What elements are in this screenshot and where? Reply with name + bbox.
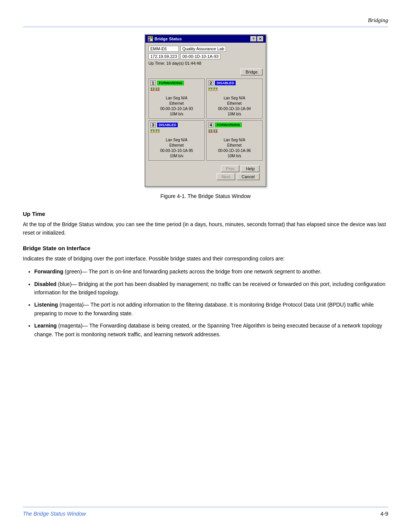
- port-4-details: Lan Seg N/A Ethernet 00-00-1D-10-1A-96 1…: [208, 137, 261, 159]
- svg-rect-10: [156, 88, 157, 89]
- dialog-title-text: Bridge Status: [155, 37, 182, 41]
- svg-rect-32: [156, 131, 157, 133]
- port-2-details: Lan Seg N/A Ethernet 00-00-1D-10-1A-94 1…: [208, 96, 261, 117]
- svg-rect-26: [153, 130, 154, 131]
- port-2-status: DISABLED: [215, 81, 236, 85]
- bullet-forwarding: Forwarding (green)— The port is on-line …: [34, 267, 388, 276]
- field-mac: 00-00-1D-10-1A-93: [180, 53, 220, 59]
- port-cell-4: 4 FORWARDING: [206, 120, 263, 161]
- bullet-listening-term: Listening: [34, 302, 58, 308]
- svg-rect-22: [214, 89, 215, 91]
- dialog-body: EMM-E6 Quality Assurance Lab 172.19.59.2…: [145, 43, 266, 186]
- footer-left: The Bridge Status Window: [23, 511, 86, 517]
- svg-rect-3: [151, 39, 152, 41]
- top-rule: [23, 27, 388, 27]
- svg-rect-37: [209, 131, 210, 133]
- bottom-rule: [23, 507, 388, 507]
- next-button[interactable]: Next: [217, 173, 235, 180]
- svg-rect-6: [153, 88, 154, 89]
- svg-rect-18: [211, 89, 212, 91]
- svg-rect-23: [216, 89, 217, 91]
- svg-rect-38: [211, 131, 212, 133]
- svg-rect-21: [216, 88, 217, 89]
- dialog-uptime: Up Time: 16 day(s) 01:44:48: [148, 61, 263, 66]
- section-body-uptime: At the top of the Bridge Status window, …: [23, 220, 388, 237]
- bullet-listening-qualifier: (magenta)—: [59, 302, 89, 308]
- svg-rect-25: [151, 130, 152, 131]
- bridge-button[interactable]: Bridge: [241, 69, 263, 75]
- svg-rect-0: [148, 37, 150, 38]
- port-4-number: 4: [208, 122, 213, 128]
- dialog-close-btn[interactable]: ✕: [257, 36, 263, 42]
- svg-rect-5: [151, 88, 152, 89]
- dialog-info-row-2: 172.19.59.223 00-00-1D-10-1A-93: [148, 53, 263, 59]
- field-name: EMM-E6: [148, 46, 179, 52]
- svg-rect-2: [148, 39, 150, 41]
- section-heading-bridge-state: Bridge State on Interface: [23, 245, 388, 251]
- svg-rect-35: [209, 130, 210, 131]
- port-4-visual: [208, 129, 261, 136]
- port-cell-3: 3 DISABLED: [148, 120, 205, 161]
- port-1-header: 1 FORWARDING: [150, 80, 203, 86]
- bullet-forwarding-term: Forwarding: [34, 268, 63, 275]
- svg-rect-43: [216, 131, 217, 133]
- bullet-learning-term: Learning: [34, 323, 57, 329]
- figure-container: Bridge Status ? ✕ EMM-E6 Quality Assuran…: [23, 34, 388, 199]
- section-heading-uptime: Up Time: [23, 211, 388, 217]
- main-content: Bridge Status ? ✕ EMM-E6 Quality Assuran…: [23, 34, 388, 343]
- svg-rect-16: [211, 88, 212, 89]
- footer-left-text: The Bridge Status Window: [23, 511, 86, 517]
- dialog-footer-row: Prev Help Next Cancel: [217, 165, 260, 180]
- svg-rect-31: [158, 130, 159, 131]
- bullet-listening: Listening (magenta)— The port is not add…: [34, 300, 388, 318]
- dialog-titlebar-left: Bridge Status: [148, 36, 182, 42]
- port-1-visual: [150, 87, 203, 94]
- svg-rect-36: [211, 130, 212, 131]
- dialog-help-btn[interactable]: ?: [250, 36, 256, 42]
- svg-rect-17: [209, 89, 210, 91]
- port-1-number: 1: [150, 80, 156, 86]
- port-2-visual: [208, 87, 261, 94]
- bullet-disabled-text: Bridging at the port has been disabled b…: [34, 281, 386, 296]
- dialog-info-row-1: EMM-E6 Quality Assurance Lab: [148, 46, 263, 52]
- port-2-header: 2 DISABLED: [208, 80, 261, 86]
- svg-rect-41: [216, 130, 217, 131]
- port-3-details: Lan Seg N/A Ethernet 00-00-1D-10-1A-95 1…: [150, 137, 203, 159]
- prev-button[interactable]: Prev: [221, 165, 240, 172]
- dialog-footer: Prev Help Next Cancel: [148, 164, 263, 183]
- header-title-text: Bridging: [368, 17, 388, 23]
- field-ip: 172.19.59.223: [148, 53, 179, 59]
- button-row-1: Prev Help: [221, 165, 260, 172]
- bullet-disabled-term: Disabled: [34, 281, 56, 287]
- svg-rect-27: [151, 131, 152, 133]
- port-1-details: Lan Seg N/A Ethernet 00-00-1D-10-1A-93 1…: [150, 96, 203, 117]
- bullet-disabled: Disabled (blue)— Bridging at the port ha…: [34, 280, 388, 297]
- field-lab: Quality Assurance Lab: [180, 46, 226, 52]
- port-2-number: 2: [208, 80, 213, 86]
- svg-rect-13: [158, 89, 159, 91]
- svg-rect-7: [151, 89, 152, 91]
- bullet-disabled-qualifier: (blue)—: [58, 281, 77, 287]
- dialog-app-icon: [148, 36, 153, 42]
- button-row-2: Next Cancel: [217, 173, 260, 180]
- svg-rect-30: [156, 130, 157, 131]
- svg-rect-42: [214, 131, 215, 133]
- bullet-forwarding-text: The port is on-line and forwarding packe…: [89, 268, 322, 275]
- bridge-status-dialog: Bridge Status ? ✕ EMM-E6 Quality Assuran…: [145, 34, 266, 187]
- svg-rect-40: [214, 130, 215, 131]
- footer-right: 4-9: [381, 511, 388, 517]
- svg-rect-15: [209, 88, 210, 89]
- figure-caption: Figure 4-1. The Bridge Status Window: [160, 193, 250, 199]
- svg-rect-12: [156, 89, 157, 91]
- cancel-button[interactable]: Cancel: [237, 173, 260, 180]
- port-3-status: DISABLED: [157, 123, 178, 127]
- page-header-title: Bridging: [368, 17, 388, 24]
- bullet-list: Forwarding (green)— The port is on-line …: [34, 267, 388, 339]
- svg-rect-20: [214, 88, 215, 89]
- help-button[interactable]: Help: [241, 165, 260, 172]
- bullet-learning: Learning (magenta)— The Forwarding datab…: [34, 321, 388, 339]
- bullet-forwarding-qualifier: (green)—: [65, 268, 87, 275]
- dialog-controls[interactable]: ? ✕: [250, 36, 263, 42]
- dialog-titlebar: Bridge Status ? ✕: [145, 35, 266, 43]
- port-3-number: 3: [150, 122, 156, 128]
